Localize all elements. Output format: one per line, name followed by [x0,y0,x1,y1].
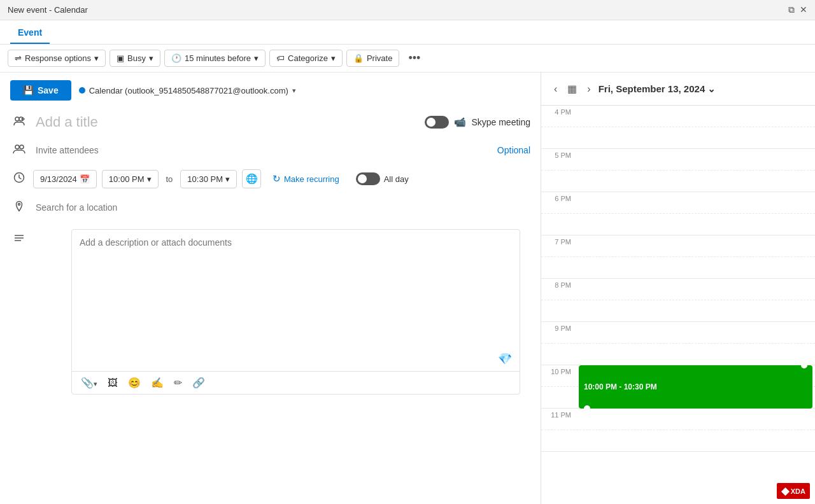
emoji-button[interactable]: 😊 [125,375,143,390]
tab-bar: Event [0,20,815,45]
more-options-button[interactable]: ••• [403,49,425,67]
close-icon[interactable]: ✕ [800,4,807,15]
reminder-chevron: ▾ [254,53,259,63]
start-date-value: 9/13/2024 [40,174,77,184]
description-row: 💎 📎▾ 🖼 😊 ✍ ✏ 🔗 [0,221,541,496]
lock-icon: 🔒 [353,53,364,63]
tab-event[interactable]: Event [10,22,50,44]
slot-1030pm [541,387,815,409]
attendees-icon [10,143,28,158]
slot-530pm [541,171,815,192]
time-slots: 4 PM 5 PM 6 PM [541,106,815,504]
save-button[interactable]: 💾 Save [10,80,71,101]
recurring-icon: ↻ [273,173,281,185]
calendar-chevron: ▾ [292,87,296,95]
svg-point-5 [20,145,24,149]
skype-label: Skype meeting [471,117,530,127]
location-input[interactable] [36,202,530,213]
busy-icon: ▣ [117,53,124,63]
start-time-chevron: ▾ [147,174,152,184]
categorize-chevron: ▾ [331,53,336,63]
slot-9pm: 9 PM [541,322,815,344]
skype-area: 📹 Skype meeting [425,116,530,129]
slot-1130pm [541,430,815,452]
svg-point-7 [18,204,20,206]
calendar-selector[interactable]: Calendar (outlook_9514850548877021@outlo… [79,86,296,95]
calendar-header: ‹ ▦ › Fri, September 13, 2024 ⌄ [541,73,815,106]
end-time-chevron: ▾ [225,174,230,184]
busy-button[interactable]: ▣ Busy ▾ [110,50,160,67]
slot-830pm [541,300,815,322]
clock-icon [10,172,28,186]
highlight-button[interactable]: ✏ [171,375,185,390]
ink-button[interactable]: ✍ [148,375,166,390]
slot-11pm: 11 PM [541,409,815,430]
to-label: to [166,174,173,184]
slot-4pm: 4 PM [541,106,815,127]
start-time-button[interactable]: 10:00 PM ▾ [102,170,159,188]
skype-toggle-thumb [427,118,436,127]
slot-5pm: 5 PM [541,149,815,171]
slot-930pm [541,344,815,365]
make-recurring-button[interactable]: ↻ Make recurring [266,169,346,188]
calendar-date-label[interactable]: Fri, September 13, 2024 ⌄ [599,83,716,95]
title-row: 📹 Skype meeting [0,108,541,136]
slot-7pm: 7 PM [541,235,815,257]
calendar-next-button[interactable]: › [585,81,593,97]
slot-630pm [541,214,815,235]
all-day-area: All day [356,172,409,185]
private-button[interactable]: 🔒 Private [346,50,399,67]
reminder-button[interactable]: 🕐 15 minutes before ▾ [164,50,266,67]
categorize-button[interactable]: 🏷 Categorize ▾ [269,50,343,67]
window-controls: ⧉ ✕ [788,4,807,15]
slot-6pm: 6 PM [541,192,815,214]
categorize-icon: 🏷 [276,53,285,63]
end-time-button[interactable]: 10:30 PM ▾ [180,170,237,188]
window-title: New event - Calendar [8,5,88,15]
save-row: 💾 Save Calendar (outlook_951485054887702… [0,80,541,108]
response-options-icon: ⇌ [15,53,22,63]
slot-10pm: 10 PM 10:00 PM - 10:30 PM [541,365,815,387]
format-toolbar: 📎▾ 🖼 😊 ✍ ✏ 🔗 [72,371,520,394]
attendees-input[interactable] [36,145,490,155]
copilot-icon[interactable]: 💎 [498,352,512,366]
start-date-button[interactable]: 9/13/2024 📅 [33,170,97,188]
image-button[interactable]: 🖼 [105,376,120,390]
title-input[interactable] [36,114,417,130]
timezone-button[interactable]: 🌐 [242,169,261,188]
slot-730pm [541,257,815,279]
calendar-date-chevron: ⌄ [707,83,716,95]
description-input[interactable] [72,230,520,371]
optional-link[interactable]: Optional [497,145,530,155]
event-icon [10,115,28,130]
attach-button[interactable]: 📎▾ [78,375,100,390]
location-row [0,193,541,221]
title-bar: New event - Calendar ⧉ ✕ [0,0,815,20]
restore-icon[interactable]: ⧉ [788,4,795,15]
link-button[interactable]: 🔗 [190,375,208,390]
main-layout: 💾 Save Calendar (outlook_951485054887702… [0,73,815,504]
svg-point-0 [15,117,19,121]
start-time-value: 10:00 PM [109,174,145,184]
xda-watermark: ◆ XDA [777,483,810,499]
busy-chevron: ▾ [149,53,153,63]
right-panel: ‹ ▦ › Fri, September 13, 2024 ⌄ 4 PM 5 P… [541,73,815,504]
toolbar: ⇌ Response options ▾ ▣ Busy ▾ 🕐 15 minut… [0,45,815,73]
response-options-chevron: ▾ [94,53,99,63]
event-dot-top [801,362,807,368]
end-time-value: 10:30 PM [187,174,223,184]
date-calendar-icon: 📅 [80,174,90,184]
response-options-button[interactable]: ⇌ Response options ▾ [8,50,106,67]
left-panel: 💾 Save Calendar (outlook_951485054887702… [0,73,541,504]
description-content: 💎 [72,230,520,371]
calendar-grid-button[interactable]: ▦ [565,80,579,97]
all-day-label: All day [384,174,409,184]
skype-toggle[interactable] [425,116,449,129]
date-time-row: 9/13/2024 📅 10:00 PM ▾ to 10:30 PM ▾ 🌐 ↻… [0,164,541,193]
skype-video-icon: 📹 [454,116,466,128]
calendar-prev-button[interactable]: ‹ [551,81,560,97]
calendar-dot [79,87,85,94]
slot-8pm: 8 PM [541,279,815,300]
all-day-toggle[interactable] [356,172,380,185]
all-day-toggle-thumb [358,174,367,183]
